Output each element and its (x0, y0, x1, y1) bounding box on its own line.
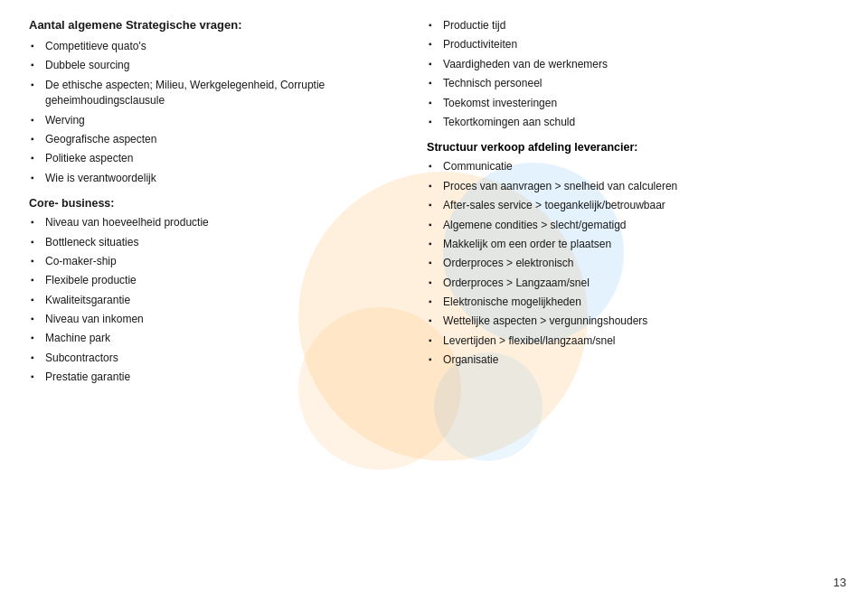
list-item: Levertijden > flexibel/langzaam/snel (427, 332, 839, 351)
list-item: Bottleneck situaties (29, 233, 400, 252)
list-item: Communicatie (427, 157, 839, 176)
list-item: Niveau van inkomen (29, 310, 400, 329)
main-title: Aantal algemene Strategische vragen: (29, 18, 400, 32)
list-item: Orderproces > Langzaam/snel (427, 274, 839, 293)
list-item: Proces van aanvragen > snelheid van calc… (427, 177, 839, 196)
list-item: Productie tijd (427, 16, 839, 35)
list-item: Competitieve quato's (29, 37, 400, 56)
list-item: Kwaliteitsgarantie (29, 291, 400, 310)
list-item: Subcontractors (29, 349, 400, 368)
list-item: Elektronische mogelijkheden (427, 293, 839, 312)
list-item: Wettelijke aspecten > vergunningshouders (427, 312, 839, 331)
list-item: Vaardigheden van de werknemers (427, 55, 839, 74)
page-number: 13 (834, 576, 846, 589)
core-business-bullets-list: Niveau van hoeveelheid productieBottlene… (29, 213, 400, 388)
list-item: Productiviteiten (427, 35, 839, 54)
top-bullets-list: Productie tijdProductiviteitenVaardighed… (427, 16, 839, 132)
page-container: Aantal algemene Strategische vragen: Com… (0, 0, 868, 600)
list-item: After-sales service > toegankelijk/betro… (427, 196, 839, 215)
right-column: Productie tijdProductiviteitenVaardighed… (418, 16, 839, 397)
list-item: Geografische aspecten (29, 130, 400, 149)
structuur-bullets-list: CommunicatieProces van aanvragen > snelh… (427, 157, 839, 370)
list-item: Organisatie (427, 351, 839, 370)
list-item: Wie is verantwoordelijk (29, 169, 400, 188)
list-item: Werving (29, 111, 400, 130)
list-item: Co-maker-ship (29, 252, 400, 271)
list-item: Niveau van hoeveelheid productie (29, 213, 400, 232)
list-item: Orderproces > elektronisch (427, 254, 839, 273)
list-item: Technisch personeel (427, 74, 839, 93)
list-item: Machine park (29, 329, 400, 348)
left-column: Aantal algemene Strategische vragen: Com… (29, 16, 418, 397)
list-item: Toekomst investeringen (427, 94, 839, 113)
structuur-label: Structuur verkoop afdeling leverancier: (427, 141, 839, 154)
content-wrapper: Aantal algemene Strategische vragen: Com… (29, 16, 839, 397)
main-bullets-list: Competitieve quato'sDubbele sourcingDe e… (29, 37, 400, 188)
core-business-label: Core- business: (29, 197, 400, 210)
list-item: Politieke aspecten (29, 149, 400, 168)
list-item: Tekortkomingen aan schuld (427, 113, 839, 132)
list-item: Prestatie garantie (29, 368, 400, 387)
list-item: De ethische aspecten; Milieu, Werkgelege… (29, 76, 400, 111)
list-item: Dubbele sourcing (29, 56, 400, 75)
list-item: Makkelijk om een order te plaatsen (427, 235, 839, 254)
list-item: Algemene condities > slecht/gematigd (427, 216, 839, 235)
list-item: Flexibele productie (29, 271, 400, 290)
